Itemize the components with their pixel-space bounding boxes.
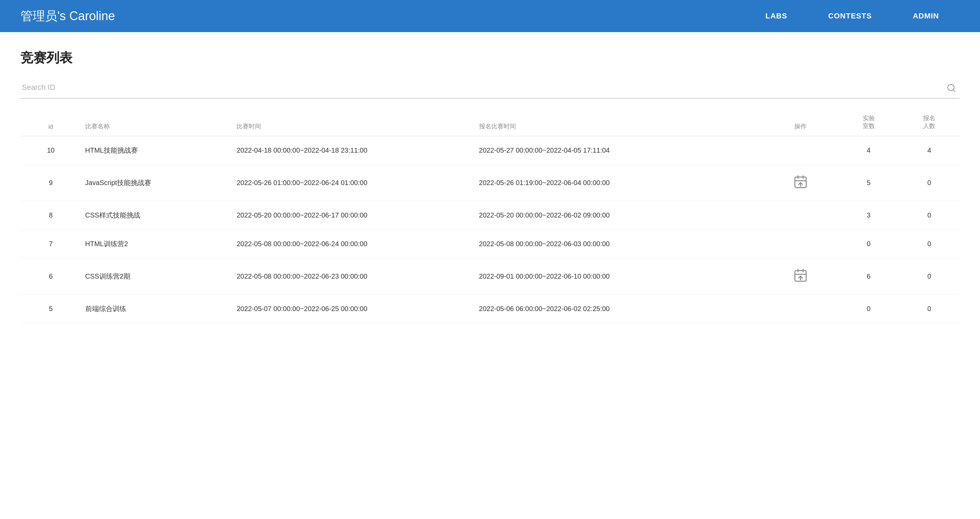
nav-contests[interactable]: CONTESTS (808, 0, 892, 32)
cell-reg-time: 2022-05-27 00:00:00~2022-04-05 17:11:04 (475, 136, 763, 164)
cell-id: 5 (21, 294, 81, 323)
cell-name: HTML训练营2 (81, 230, 233, 258)
action-cell (763, 230, 838, 258)
cell-name: JavaScript技能挑战赛 (81, 164, 233, 201)
cell-reg-count: 0 (899, 294, 959, 323)
cell-name: CSS训练营2期 (81, 258, 233, 294)
cell-labs: 0 (838, 230, 899, 258)
col-header-id: id (21, 109, 81, 136)
col-header-time: 比赛时间 (232, 109, 475, 136)
col-header-reg-count: 报名人数 (899, 109, 959, 136)
cell-id: 10 (21, 136, 81, 164)
search-wrapper (21, 80, 959, 99)
action-cell (763, 294, 838, 323)
cell-name: CSS样式技能挑战 (81, 201, 233, 230)
table-row: 6 CSS训练营2期 2022-05-08 00:00:00~2022-06-2… (21, 258, 959, 294)
cell-reg-count: 4 (899, 136, 959, 164)
cell-labs: 6 (838, 258, 899, 294)
cell-id: 9 (21, 164, 81, 201)
action-cell (763, 136, 838, 164)
cell-time: 2022-05-08 00:00:00~2022-06-23 00:00:00 (232, 258, 475, 294)
cell-reg-time: 2022-05-06 06:00:00~2022-06-02 02:25:00 (475, 294, 763, 323)
calendar-upload-icon[interactable] (793, 174, 808, 190)
action-cell (763, 258, 838, 294)
main-content: 竞赛列表 id 比赛名称 比赛时间 报名比赛时间 操作 实验室数 报名人数 10 (0, 32, 980, 519)
cell-time: 2022-05-26 01:00:00~2022-06-24 01:00:00 (232, 164, 475, 201)
search-input[interactable] (21, 80, 959, 94)
cell-id: 6 (21, 258, 81, 294)
col-header-labs: 实验室数 (838, 109, 899, 136)
main-nav: LABS CONTESTS ADMIN (745, 0, 959, 32)
cell-reg-time: 2022-05-26 01:19:00~2022-06-04 00:00:00 (475, 164, 763, 201)
cell-labs: 0 (838, 294, 899, 323)
col-header-reg-time: 报名比赛时间 (475, 109, 763, 136)
cell-reg-count: 0 (899, 164, 959, 201)
cell-labs: 5 (838, 164, 899, 201)
cell-time: 2022-04-18 00:00:00~2022-04-18 23:11:00 (232, 136, 475, 164)
cell-reg-time: 2022-05-08 00:00:00~2022-06-03 00:00:00 (475, 230, 763, 258)
cell-reg-time: 2022-05-20 00:00:00~2022-06-02 09:00:00 (475, 201, 763, 230)
table-row: 7 HTML训练营2 2022-05-08 00:00:00~2022-06-2… (21, 230, 959, 258)
action-cell (763, 164, 838, 201)
cell-time: 2022-05-07 00:00:00~2022-06-25 00:00:00 (232, 294, 475, 323)
cell-name: 前端综合训练 (81, 294, 233, 323)
site-title: 管理员's Caroline (21, 8, 745, 25)
cell-reg-count: 0 (899, 201, 959, 230)
table-row: 10 HTML技能挑战赛 2022-04-18 00:00:00~2022-04… (21, 136, 959, 164)
contests-table: id 比赛名称 比赛时间 报名比赛时间 操作 实验室数 报名人数 10 HTML… (21, 109, 959, 323)
cell-time: 2022-05-20 00:00:00~2022-06-17 00:00:00 (232, 201, 475, 230)
nav-admin[interactable]: ADMIN (892, 0, 959, 32)
nav-labs[interactable]: LABS (745, 0, 808, 32)
cell-name: HTML技能挑战赛 (81, 136, 233, 164)
header: 管理员's Caroline LABS CONTESTS ADMIN (0, 0, 980, 32)
calendar-upload-icon[interactable] (793, 268, 808, 283)
cell-id: 8 (21, 201, 81, 230)
col-header-action: 操作 (763, 109, 838, 136)
cell-labs: 4 (838, 136, 899, 164)
cell-reg-count: 0 (899, 258, 959, 294)
cell-reg-time: 2022-09-01 00:00:00~2022-06-10 00:00:00 (475, 258, 763, 294)
cell-labs: 3 (838, 201, 899, 230)
cell-reg-count: 0 (899, 230, 959, 258)
action-cell (763, 201, 838, 230)
table-row: 8 CSS样式技能挑战 2022-05-20 00:00:00~2022-06-… (21, 201, 959, 230)
table-row: 5 前端综合训练 2022-05-07 00:00:00~2022-06-25 … (21, 294, 959, 323)
search-icon (947, 83, 956, 95)
page-title: 竞赛列表 (21, 49, 959, 67)
table-header-row: id 比赛名称 比赛时间 报名比赛时间 操作 实验室数 报名人数 (21, 109, 959, 136)
svg-line-1 (953, 90, 955, 91)
cell-id: 7 (21, 230, 81, 258)
cell-time: 2022-05-08 00:00:00~2022-06-24 00:00:00 (232, 230, 475, 258)
col-header-name: 比赛名称 (81, 109, 233, 136)
table-row: 9 JavaScript技能挑战赛 2022-05-26 01:00:00~20… (21, 164, 959, 201)
